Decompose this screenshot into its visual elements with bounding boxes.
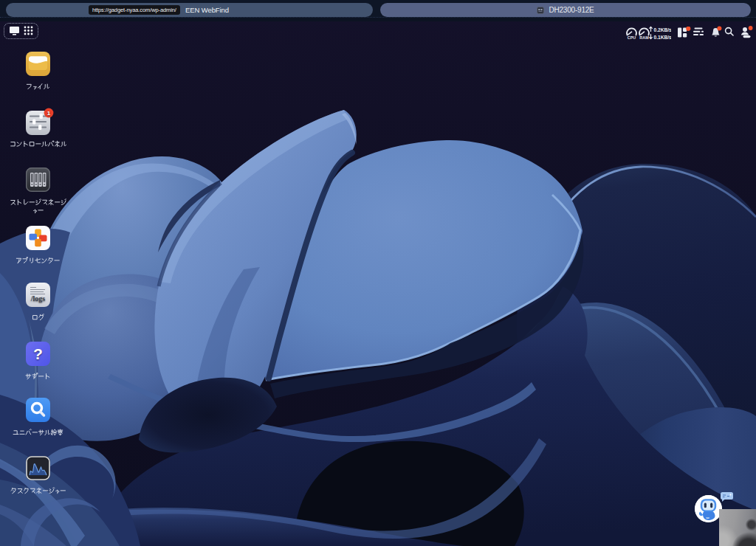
svg-text:0.1KB/s: 0.1KB/s: [654, 35, 672, 40]
svg-text:?: ?: [33, 345, 43, 362]
svg-text:1: 1: [47, 110, 50, 117]
svg-text:/logs: /logs: [30, 294, 45, 303]
svg-text:0.2KB/s: 0.2KB/s: [654, 27, 672, 32]
svg-text:CPU: CPU: [628, 35, 636, 39]
svg-text:RAM: RAM: [639, 35, 649, 39]
